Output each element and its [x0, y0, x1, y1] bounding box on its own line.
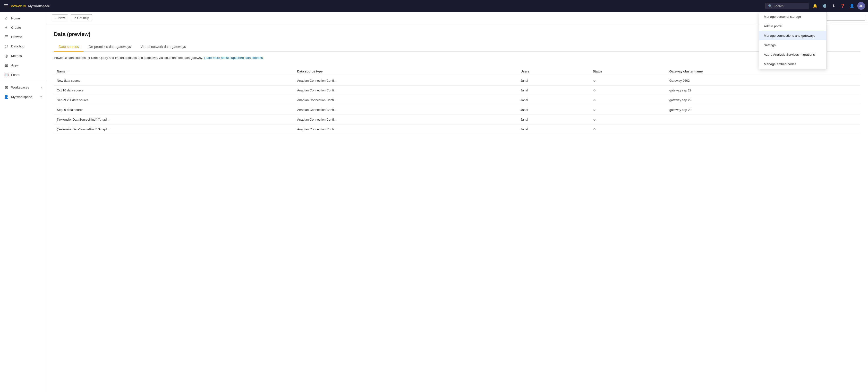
- get-help-button[interactable]: ? Get help: [71, 15, 92, 21]
- cell-name-4: {"extensionDataSourceKind":"Anapl...: [54, 115, 294, 124]
- sidebar-item-browse[interactable]: ☰ Browse: [0, 32, 46, 41]
- search-icon: 🔍: [768, 4, 772, 8]
- cell-users-5: Janal: [518, 124, 590, 134]
- cell-type-2: Anaplan Connection Confi...: [294, 95, 518, 105]
- cell-name-0: New data source: [54, 76, 294, 85]
- plus-icon: +: [55, 16, 57, 20]
- sidebar-label-browse: Browse: [11, 35, 22, 39]
- table-row[interactable]: {"extensionDataSourceKind":"Anapl... Ana…: [54, 115, 860, 124]
- menu-item-manage-embed-codes[interactable]: Manage embed codes: [759, 59, 827, 69]
- create-icon: +: [4, 25, 9, 30]
- topbar: Power BI My workspace 🔍 Search 🔔 ⚙️ ⬇ ❓ …: [0, 0, 868, 12]
- home-icon: ⌂: [4, 16, 9, 21]
- tab-data-sources[interactable]: Data sources: [54, 42, 84, 52]
- cell-type-4: Anaplan Connection Confi...: [294, 115, 518, 124]
- learn-icon: 📖: [4, 73, 9, 77]
- myworkspace-icon: 👤: [4, 94, 9, 99]
- tab-bar: Data sources On-premises data gateways V…: [54, 42, 860, 52]
- cell-gateway-2: gateway sep 29: [666, 95, 860, 105]
- table-header-row: Name ↑ Data source type Users Status: [54, 67, 860, 76]
- sidebar-item-workspaces[interactable]: ⊡ Workspaces ›: [0, 83, 46, 92]
- topbar-search-label: Search: [774, 4, 783, 8]
- cell-name-1: Oct 10 data source: [54, 85, 294, 95]
- datahub-icon: ⬡: [4, 44, 9, 49]
- sidebar-item-apps[interactable]: ⊞ Apps: [0, 60, 46, 70]
- sidebar-label-metrics: Metrics: [11, 54, 22, 58]
- cell-gateway-4: [666, 115, 860, 124]
- menu-item-settings[interactable]: Settings: [759, 40, 827, 50]
- topbar-icons: 🔔 ⚙️ ⬇ ❓ 👤 JL: [811, 2, 865, 10]
- new-button[interactable]: + New: [52, 15, 68, 21]
- cell-status-2: ☺: [590, 95, 666, 105]
- cell-gateway-3: gateway sep 29: [666, 105, 860, 115]
- sidebar-item-home[interactable]: ⌂ Home: [0, 13, 46, 23]
- help-circle-icon: ?: [74, 16, 76, 20]
- app-logo: Power BI My workspace: [11, 4, 50, 8]
- cell-users-4: Janal: [518, 115, 590, 124]
- page-title: Data (preview): [54, 31, 860, 37]
- cell-name-2: Sep29 2.1 data source: [54, 95, 294, 105]
- new-label: New: [59, 16, 65, 20]
- sidebar-label-datahub: Data hub: [11, 45, 25, 48]
- download-icon[interactable]: ⬇: [830, 2, 837, 10]
- cell-users-2: Janal: [518, 95, 590, 105]
- data-table: Name ↑ Data source type Users Status: [54, 67, 860, 134]
- col-header-type: Data source type: [294, 67, 518, 76]
- sidebar-divider: [0, 81, 46, 81]
- tab-on-premises[interactable]: On-premises data gateways: [84, 42, 135, 52]
- table-row[interactable]: {"extensionDataSourceKind":"Anapl... Ana…: [54, 124, 860, 134]
- sidebar-group-left-workspaces: ⊡ Workspaces: [4, 85, 29, 90]
- cell-users-1: Janal: [518, 85, 590, 95]
- sidebar-label-home: Home: [11, 17, 20, 20]
- main-toolbar: + New ? Get help: [46, 12, 868, 24]
- sidebar-item-myworkspace[interactable]: 👤 My workspace ∨: [0, 92, 46, 102]
- cell-gateway-1: gateway sep 29: [666, 85, 860, 95]
- chevron-down-icon: ∨: [40, 95, 42, 99]
- sidebar-item-create[interactable]: + Create: [0, 23, 46, 32]
- topbar-search[interactable]: 🔍 Search: [766, 3, 809, 9]
- menu-item-admin-portal[interactable]: Admin portal: [759, 21, 827, 31]
- cell-status-1: ☺: [590, 85, 666, 95]
- sidebar-label-apps: Apps: [11, 63, 19, 67]
- sidebar-item-metrics[interactable]: ◎ Metrics: [0, 51, 46, 60]
- cell-type-1: Anaplan Connection Confi...: [294, 85, 518, 95]
- cell-status-3: ☺: [590, 105, 666, 115]
- notifications-icon[interactable]: 🔔: [811, 2, 819, 10]
- settings-dropdown: Manage personal storage Admin portal Man…: [759, 12, 827, 69]
- help-icon[interactable]: ❓: [839, 2, 847, 10]
- menu-item-manage-personal-storage[interactable]: Manage personal storage: [759, 12, 827, 21]
- menu-item-manage-connections-gateways[interactable]: Manage connections and gateways: [759, 31, 827, 40]
- sidebar-item-learn[interactable]: 📖 Learn: [0, 70, 46, 80]
- description-link[interactable]: Learn more about supported data sources.: [204, 56, 264, 60]
- metrics-icon: ◎: [4, 54, 9, 58]
- table-row[interactable]: Oct 10 data source Anaplan Connection Co…: [54, 85, 860, 95]
- menu-item-azure-analysis-migrations[interactable]: Azure Analysis Services migrations: [759, 50, 827, 59]
- cell-users-3: Janal: [518, 105, 590, 115]
- sidebar-label-workspaces: Workspaces: [11, 86, 29, 89]
- sidebar-item-datahub[interactable]: ⬡ Data hub: [0, 41, 46, 51]
- cell-status-0: ☺: [590, 76, 666, 85]
- cell-status-4: ☺: [590, 115, 666, 124]
- table-row[interactable]: New data source Anaplan Connection Confi…: [54, 76, 860, 85]
- cell-type-5: Anaplan Connection Confi...: [294, 124, 518, 134]
- user-icon[interactable]: 👤: [848, 2, 856, 10]
- tab-virtual-network[interactable]: Virtual network data gateways: [136, 42, 191, 52]
- col-header-status: Status: [590, 67, 666, 76]
- avatar[interactable]: JL: [857, 2, 865, 10]
- description: Power BI data sources for DirectQuery an…: [54, 55, 860, 60]
- table-row[interactable]: Sep29 2.1 data source Anaplan Connection…: [54, 95, 860, 105]
- cell-name-5: {"extensionDataSourceKind":"Anapl...: [54, 124, 294, 134]
- hamburger-menu[interactable]: [3, 3, 9, 8]
- cell-users-0: Janal: [518, 76, 590, 85]
- chevron-right-icon: ›: [41, 86, 42, 89]
- app-name: Power BI: [11, 4, 26, 8]
- main-area: + New ? Get help Data (preview) Data sou…: [46, 12, 868, 392]
- settings-icon[interactable]: ⚙️: [820, 2, 828, 10]
- cell-status-5: ☺: [590, 124, 666, 134]
- table-row[interactable]: Sep29 data source Anaplan Connection Con…: [54, 105, 860, 115]
- cell-type-0: Anaplan Connection Confi...: [294, 76, 518, 85]
- get-help-label: Get help: [77, 16, 89, 20]
- apps-icon: ⊞: [4, 63, 9, 67]
- sort-ascending-icon: ↑: [67, 70, 69, 73]
- sidebar-label-create: Create: [11, 26, 21, 29]
